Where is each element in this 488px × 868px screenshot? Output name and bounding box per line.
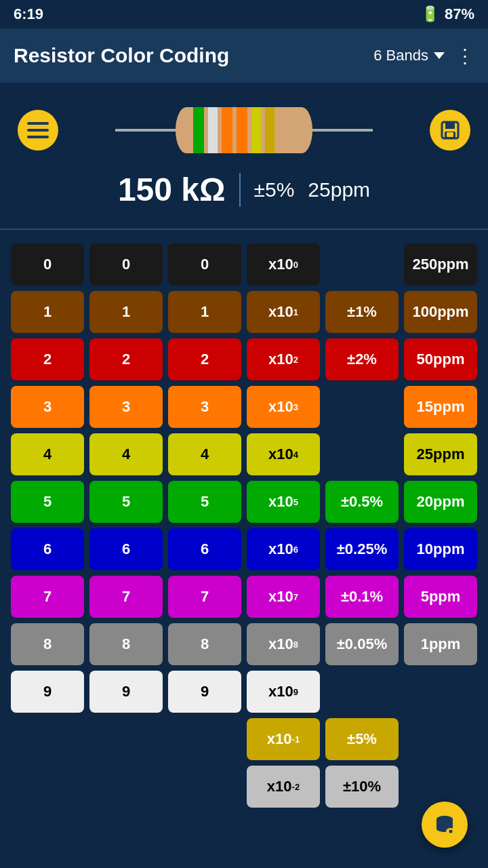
color-btn[interactable]: 0 [89, 243, 163, 285]
color-btn[interactable]: 7 [89, 576, 163, 618]
color-btn[interactable]: 9 [11, 671, 84, 713]
top-bar: Resistor Color Coding 6 Bands ⋮ [0, 28, 488, 83]
color-btn[interactable]: x104 [247, 433, 320, 475]
color-btn[interactable]: x103 [247, 386, 320, 428]
color-btn[interactable]: ±0.25% [325, 528, 399, 570]
save-button[interactable] [430, 110, 470, 151]
color-btn[interactable]: ±0.1% [325, 576, 399, 618]
color-btn[interactable]: 5 [11, 481, 84, 523]
color-btn[interactable]: 4 [168, 433, 241, 475]
color-btn[interactable]: 250ppm [404, 243, 477, 285]
empty-cell [404, 671, 477, 713]
svg-rect-17 [447, 132, 453, 137]
color-btn[interactable]: 1 [89, 291, 163, 333]
ppm-value: 25ppm [308, 178, 370, 201]
chevron-down-icon [434, 52, 445, 59]
fab-db-button[interactable] [422, 802, 468, 848]
empty-cell [404, 718, 477, 760]
color-btn[interactable]: 25ppm [404, 433, 477, 475]
tolerance-value: ±5% [254, 178, 295, 201]
empty-cell [11, 718, 84, 760]
color-btn[interactable]: 5 [89, 481, 163, 523]
color-grid: 000x100250ppm111x101±1%100ppm222x102±2%5… [0, 237, 488, 814]
svg-rect-12 [251, 107, 261, 153]
color-btn[interactable]: x10-2 [247, 766, 320, 808]
color-btn[interactable]: 1 [168, 291, 241, 333]
battery-icon: 🔋 [421, 5, 439, 23]
svg-rect-9 [208, 107, 218, 153]
svg-point-26 [449, 830, 453, 833]
color-btn[interactable]: 1ppm [404, 623, 477, 665]
color-btn[interactable]: 2 [11, 338, 84, 380]
svg-rect-8 [193, 107, 204, 153]
color-btn[interactable]: 8 [89, 623, 163, 665]
color-btn[interactable]: x101 [247, 291, 320, 333]
color-btn[interactable]: 3 [11, 386, 84, 428]
status-bar: 6:19 🔋 87% [0, 0, 488, 28]
value-display: 150 kΩ ±5% 25ppm [118, 171, 370, 208]
color-btn[interactable]: ±1% [325, 291, 399, 333]
color-btn[interactable]: 8 [11, 623, 84, 665]
color-btn[interactable]: ±0.05% [325, 623, 399, 665]
status-time: 6:19 [14, 5, 43, 23]
color-btn[interactable]: 6 [11, 528, 84, 570]
empty-cell [325, 671, 399, 713]
color-btn[interactable]: 4 [89, 433, 163, 475]
more-icon[interactable]: ⋮ [455, 45, 474, 67]
color-btn[interactable]: 2 [89, 338, 163, 380]
color-btn[interactable]: x100 [247, 243, 320, 285]
color-btn[interactable]: 7 [168, 576, 241, 618]
color-btn[interactable]: x105 [247, 481, 320, 523]
color-btn[interactable]: 3 [89, 386, 163, 428]
value-divider [239, 173, 241, 207]
color-btn[interactable]: x109 [247, 671, 320, 713]
empty-cell [11, 766, 84, 808]
color-btn[interactable]: ±0.5% [325, 481, 399, 523]
color-btn[interactable]: 7 [11, 576, 84, 618]
color-btn[interactable]: 50ppm [404, 338, 477, 380]
svg-rect-15 [445, 122, 455, 129]
empty-cell [325, 386, 399, 428]
color-btn[interactable]: 15ppm [404, 386, 477, 428]
color-btn[interactable]: 8 [168, 623, 241, 665]
color-btn[interactable]: 4 [11, 433, 84, 475]
color-btn[interactable]: ±10% [325, 766, 399, 808]
color-btn[interactable]: 6 [89, 528, 163, 570]
bands-dropdown[interactable]: 6 Bands [373, 47, 445, 64]
color-btn[interactable]: ±5% [325, 718, 399, 760]
empty-cell [325, 243, 399, 285]
color-btn[interactable]: 3 [168, 386, 241, 428]
color-btn[interactable]: 9 [89, 671, 163, 713]
color-btn[interactable]: 10ppm [404, 528, 477, 570]
color-btn[interactable]: x108 [247, 623, 320, 665]
color-btn[interactable]: 6 [168, 528, 241, 570]
color-btn[interactable]: 0 [11, 243, 84, 285]
color-btn[interactable]: x102 [247, 338, 320, 380]
menu-button[interactable] [18, 110, 58, 151]
color-btn[interactable]: 9 [168, 671, 241, 713]
section-divider [0, 229, 488, 230]
empty-cell [325, 433, 399, 475]
color-btn[interactable]: 2 [168, 338, 241, 380]
status-right: 🔋 87% [421, 5, 474, 23]
color-btn[interactable]: x107 [247, 576, 320, 618]
resistor-graphic [115, 96, 373, 164]
app-title: Resistor Color Coding [14, 44, 229, 67]
resistor-row [7, 96, 481, 164]
svg-rect-11 [237, 107, 247, 153]
color-btn[interactable]: 5 [168, 481, 241, 523]
top-bar-right: 6 Bands ⋮ [373, 45, 474, 67]
battery-percent: 87% [445, 5, 474, 23]
empty-cell [168, 766, 241, 808]
color-btn[interactable]: x106 [247, 528, 320, 570]
svg-rect-10 [222, 107, 232, 153]
color-btn[interactable]: 20ppm [404, 481, 477, 523]
color-btn[interactable]: 0 [168, 243, 241, 285]
color-btn[interactable]: ±2% [325, 338, 399, 380]
color-btn[interactable]: 1 [11, 291, 84, 333]
svg-rect-13 [265, 107, 274, 153]
color-btn[interactable]: x10-1 [247, 718, 320, 760]
color-btn[interactable]: 5ppm [404, 576, 477, 618]
svg-rect-2 [27, 136, 49, 138]
color-btn[interactable]: 100ppm [404, 291, 477, 333]
